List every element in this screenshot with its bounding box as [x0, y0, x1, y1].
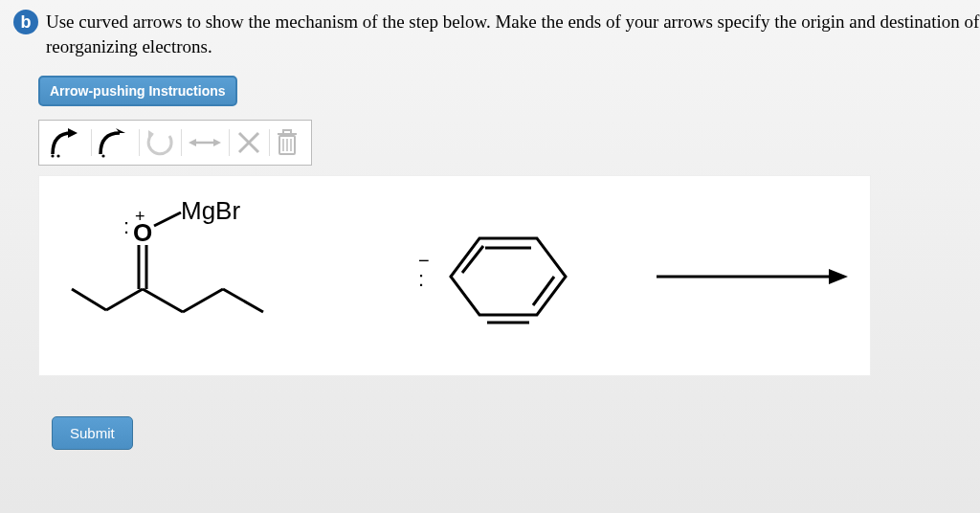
resonance-arrow-tool[interactable]: [181, 123, 229, 162]
half-arrow-tool[interactable]: [91, 123, 139, 162]
svg-line-20: [72, 289, 106, 310]
question-badge: b: [13, 10, 38, 34]
svg-line-21: [143, 289, 183, 312]
svg-text:+: +: [135, 207, 145, 226]
svg-text::: :: [123, 214, 129, 238]
benzene-double-bonds: [412, 210, 575, 353]
undo-tool[interactable]: [139, 123, 181, 162]
submit-button[interactable]: Submit: [52, 416, 133, 450]
arrow-pushing-instructions-button[interactable]: Arrow-pushing Instructions: [38, 76, 237, 106]
svg-rect-8: [283, 130, 291, 134]
clear-tool[interactable]: [229, 123, 269, 162]
svg-line-22: [183, 289, 223, 312]
svg-point-2: [101, 155, 104, 158]
reactant-oxocarbenium: O : + MgBr: [58, 186, 307, 368]
svg-line-15: [154, 212, 181, 226]
question-header: b Use curved arrows to show the mechanis…: [13, 10, 980, 58]
reaction-canvas[interactable]: O : + MgBr − :: [38, 175, 871, 376]
drawing-toolbar: [38, 120, 312, 166]
svg-text:MgBr: MgBr: [181, 196, 240, 225]
svg-point-1: [56, 155, 59, 158]
question-text: Use curved arrows to show the mechanism …: [46, 10, 980, 58]
full-arrow-tool[interactable]: [43, 123, 91, 162]
svg-point-0: [51, 155, 54, 158]
svg-line-33: [533, 246, 554, 273]
reaction-arrow-icon: [652, 262, 853, 291]
trash-tool[interactable]: [269, 123, 305, 162]
svg-line-23: [223, 289, 263, 312]
svg-line-32: [462, 246, 483, 273]
svg-line-19: [106, 289, 143, 310]
